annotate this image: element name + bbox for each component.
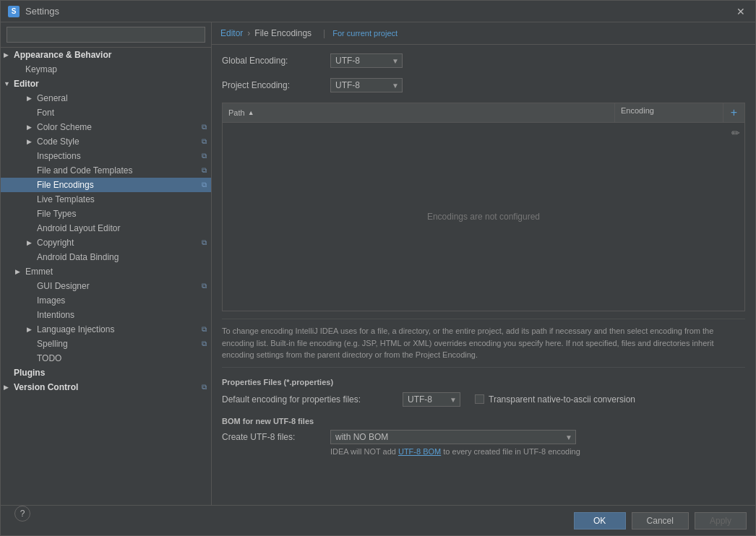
sidebar-item-gui-designer[interactable]: GUI Designer⧉ [1, 279, 211, 293]
default-encoding-select[interactable]: UTF-8 ISO-8859-1 [403, 392, 460, 407]
settings-window: S Settings ✕ 🔍 ▶Appearance & BehaviorKey… [0, 0, 756, 536]
sidebar-item-android-layout[interactable]: Android Layout Editor [1, 221, 211, 235]
bom-note-link[interactable]: UTF-8 BOM [398, 447, 441, 456]
table-body: Encodings are not configured ✏ [223, 123, 744, 311]
tree-arrow-copyright: ▶ [27, 239, 37, 246]
search-box: 🔍 [1, 22, 211, 48]
copy-icon-color-scheme: ⧉ [202, 123, 207, 131]
sidebar-label-images: Images [37, 295, 211, 306]
properties-section: Properties Files (*.properties) Default … [222, 375, 745, 407]
sidebar-item-emmet[interactable]: ▶Emmet [1, 264, 211, 279]
sidebar-tree: ▶Appearance & BehaviorKeymap▼Editor▶Gene… [1, 48, 211, 505]
table-col-encoding: Encoding [614, 103, 723, 122]
sidebar-label-version-control: Version Control [14, 382, 202, 392]
sidebar-label-android-data-binding: Android Data Binding [37, 252, 211, 262]
sidebar-label-android-layout: Android Layout Editor [37, 223, 211, 233]
sidebar-item-android-data-binding[interactable]: Android Data Binding [1, 250, 211, 264]
bottom-bar: ? OK Cancel Apply [1, 505, 755, 535]
add-encoding-button[interactable]: + [723, 103, 744, 122]
sidebar-item-images[interactable]: Images [1, 293, 211, 308]
table-header: Path ▲ Encoding + [223, 103, 744, 123]
sidebar-item-version-control[interactable]: ▶Version Control⧉ [1, 380, 211, 394]
sidebar-item-color-scheme[interactable]: ▶Color Scheme⧉ [1, 120, 211, 134]
app-icon: S [8, 6, 20, 17]
bom-section-title: BOM for new UTF-8 files [222, 417, 745, 425]
project-encoding-label: Project Encoding: [222, 80, 323, 90]
sidebar-item-spelling[interactable]: Spelling⧉ [1, 337, 211, 351]
copy-icon-version-control: ⧉ [202, 383, 207, 392]
search-input[interactable] [7, 27, 205, 43]
ok-button[interactable]: OK [574, 512, 626, 529]
bom-note-suffix: to every created file in UTF-8 encoding [441, 447, 580, 456]
apply-button[interactable]: Apply [695, 512, 747, 529]
sidebar-label-general: General [37, 93, 211, 103]
edit-icon[interactable]: ✏ [731, 127, 740, 139]
default-encoding-select-wrapper: UTF-8 ISO-8859-1 ▼ [403, 392, 460, 407]
close-button[interactable]: ✕ [734, 4, 748, 19]
tree-arrow-color-scheme: ▶ [27, 124, 37, 131]
sidebar-label-file-types: File Types [37, 209, 211, 219]
transparent-label: Transparent native-to-ascii conversion [489, 394, 635, 405]
breadcrumb-project-link[interactable]: For current project [332, 29, 398, 38]
sidebar-label-intentions: Intentions [37, 310, 211, 320]
window-title: Settings [25, 6, 734, 17]
project-encoding-select-wrapper: UTF-8 ISO-8859-1 windows-1252 ▼ [330, 78, 403, 92]
copy-icon-spelling: ⧉ [202, 340, 207, 348]
sidebar-label-gui-designer: GUI Designer [37, 281, 202, 291]
tree-arrow-emmet: ▶ [15, 268, 25, 275]
sidebar-item-code-style[interactable]: ▶Code Style⧉ [1, 134, 211, 149]
tree-arrow-version-control: ▶ [4, 384, 14, 391]
sidebar-item-keymap[interactable]: Keymap [1, 62, 211, 77]
project-encoding-select[interactable]: UTF-8 ISO-8859-1 windows-1252 [330, 78, 403, 92]
sidebar-item-font[interactable]: Font [1, 105, 211, 120]
tree-arrow-appearance: ▶ [4, 51, 14, 59]
sidebar-label-copyright: Copyright [37, 238, 202, 248]
sidebar-label-inspections: Inspections [37, 151, 202, 161]
global-encoding-row: Global Encoding: UTF-8 ISO-8859-1 window… [222, 53, 745, 68]
transparent-checkbox[interactable] [475, 394, 484, 404]
panel-content: Global Encoding: UTF-8 ISO-8859-1 window… [212, 45, 755, 505]
bom-note: IDEA will NOT add UTF-8 BOM to every cre… [330, 447, 745, 456]
copy-icon-language-injections: ⧉ [202, 325, 207, 334]
sidebar-item-language-injections[interactable]: ▶Language Injections⧉ [1, 322, 211, 337]
tree-arrow-language-injections: ▶ [27, 326, 37, 333]
sidebar-label-appearance: Appearance & Behavior [14, 50, 211, 60]
help-button[interactable]: ? [14, 506, 30, 522]
sidebar-item-copyright[interactable]: ▶Copyright⧉ [1, 235, 211, 250]
sidebar-item-file-code-templates[interactable]: File and Code Templates⧉ [1, 163, 211, 178]
breadcrumb-arrow: › [247, 28, 250, 38]
sidebar-label-todo: TODO [37, 353, 211, 363]
default-encoding-props-row: Default encoding for properties files: U… [222, 392, 745, 407]
cancel-button[interactable]: Cancel [632, 512, 689, 529]
right-panel: Editor › File Encodings | For current pr… [212, 22, 755, 505]
sidebar-item-plugins[interactable]: Plugins [1, 366, 211, 380]
bom-select[interactable]: with NO BOM with BOM [330, 430, 576, 444]
bom-select-wrapper: with NO BOM with BOM ▼ [330, 430, 576, 444]
sidebar-label-color-scheme: Color Scheme [37, 122, 202, 132]
sidebar-item-file-encodings[interactable]: File Encodings⧉ [1, 178, 211, 192]
sidebar-item-appearance[interactable]: ▶Appearance & Behavior [1, 48, 211, 62]
sidebar-label-plugins: Plugins [14, 368, 211, 378]
sidebar-item-live-templates[interactable]: Live Templates [1, 192, 211, 207]
copy-icon-file-code-templates: ⧉ [202, 166, 207, 175]
sidebar-label-editor: Editor [14, 79, 211, 89]
sidebar-label-file-encodings: File Encodings [37, 180, 202, 190]
search-wrapper: 🔍 [7, 27, 205, 43]
sidebar-item-todo[interactable]: TODO [1, 351, 211, 366]
sidebar-label-file-code-templates: File and Code Templates [37, 165, 202, 176]
title-bar: S Settings ✕ [1, 1, 755, 22]
sort-icon: ▲ [248, 109, 254, 116]
bom-section: BOM for new UTF-8 files Create UTF-8 fil… [222, 417, 745, 456]
global-encoding-select[interactable]: UTF-8 ISO-8859-1 windows-1252 [330, 53, 403, 68]
breadcrumb-editor[interactable]: Editor [220, 28, 243, 38]
table-empty-message: Encodings are not configured [427, 212, 540, 222]
info-text: To change encoding IntelliJ IDEA uses fo… [222, 319, 745, 368]
sidebar-item-intentions[interactable]: Intentions [1, 308, 211, 322]
sidebar-label-code-style: Code Style [37, 137, 202, 147]
sidebar-item-inspections[interactable]: Inspections⧉ [1, 149, 211, 163]
sidebar-label-font: Font [37, 108, 211, 118]
sidebar-item-editor[interactable]: ▼Editor [1, 77, 211, 91]
sidebar-item-general[interactable]: ▶General [1, 91, 211, 105]
sidebar-item-file-types[interactable]: File Types [1, 207, 211, 221]
table-col-path: Path ▲ [223, 103, 614, 122]
